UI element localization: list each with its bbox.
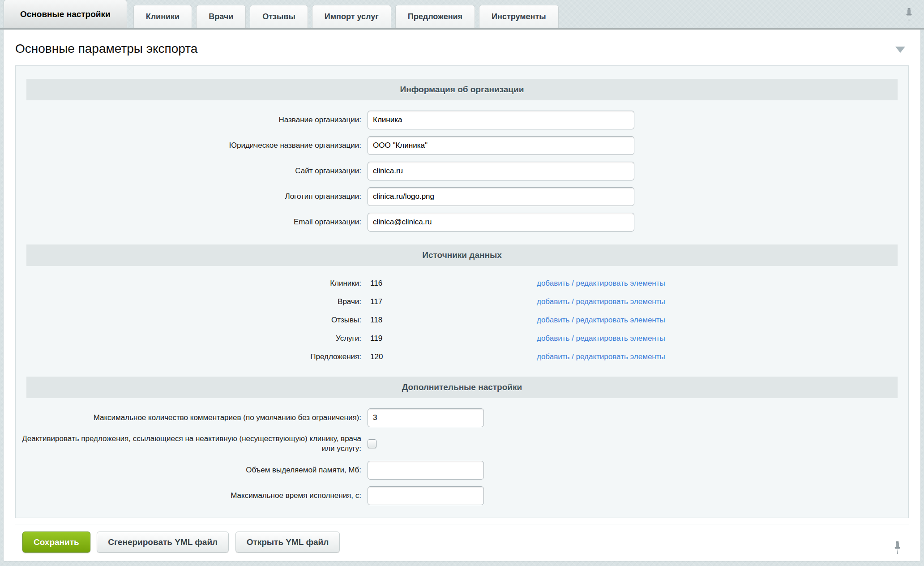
source-services-label: Услуги: [16,334,368,343]
source-row-services: Услуги: 119 добавить / редактировать эле… [16,329,908,347]
tab-doctors[interactable]: Врачи [196,5,246,28]
form-row-memory-limit: Объем выделяемой памяти, Мб: [16,461,908,480]
chevron-down-icon[interactable] [895,47,905,53]
extra-fields: Максимальное количество комментариев (по… [16,398,908,505]
source-doctors-label: Врачи: [16,297,368,307]
source-clinics-count: 116 [368,279,537,288]
source-services-edit-link[interactable]: добавить / редактировать элементы [537,334,665,343]
pushpin-icon[interactable] [894,541,901,557]
pushpin-icon[interactable] [906,8,912,23]
form-row-org-legal-name: Юридическое название организации: [16,136,908,155]
org-site-label: Сайт организации: [16,166,368,176]
generate-yml-button[interactable]: Сгенерировать YML файл [97,532,229,553]
source-row-offers: Предложения: 120 добавить / редактироват… [16,347,908,366]
save-button[interactable]: Сохранить [22,532,90,553]
source-reviews-edit-link[interactable]: добавить / редактировать элементы [537,316,665,325]
main-content: Основные параметры экспорта Информация о… [4,30,920,561]
org-name-input[interactable] [368,111,634,129]
tab-reviews[interactable]: Отзывы [250,5,308,28]
source-offers-edit-link[interactable]: добавить / редактировать элементы [537,352,665,361]
max-comments-label: Максимальное количество комментариев (по… [16,413,368,423]
settings-panel: Информация об организации Название орган… [15,65,909,518]
open-yml-button[interactable]: Открыть YML файл [235,532,340,553]
source-doctors-count: 117 [368,297,537,306]
form-row-org-email: Email организации: [16,213,908,232]
form-row-org-logo: Логотип организации: [16,187,908,206]
max-comments-input[interactable] [368,408,484,427]
tab-strip: Основные настройки Клиники Врачи Отзывы … [0,0,924,30]
footer-toolbar: Сохранить Сгенерировать YML файл Открыть… [15,524,909,553]
deactivate-offers-checkbox[interactable] [368,439,376,448]
memory-limit-label: Объем выделяемой памяти, Мб: [16,465,368,475]
org-legal-name-label: Юридическое название организации: [16,141,368,150]
source-row-clinics: Клиники: 116 добавить / редактировать эл… [16,274,908,292]
tab-clinics[interactable]: Клиники [133,5,192,28]
source-services-count: 119 [368,334,537,343]
max-exec-time-input[interactable] [368,486,484,505]
deactivate-offers-label: Деактивировать предложения, ссылающиеся … [16,434,368,454]
tab-tools[interactable]: Инструменты [479,5,559,28]
form-row-max-comments: Максимальное количество комментариев (по… [16,408,908,427]
org-site-input[interactable] [368,162,634,180]
source-rows: Клиники: 116 добавить / редактировать эл… [16,266,908,366]
title-row: Основные параметры экспорта [4,30,920,65]
org-email-input[interactable] [368,213,634,232]
tab-offers[interactable]: Предложения [395,5,475,28]
page-title: Основные параметры экспорта [15,41,909,56]
source-offers-label: Предложения: [16,352,368,362]
org-logo-label: Логотип организации: [16,192,368,202]
org-email-label: Email организации: [16,217,368,227]
form-row-org-name: Название организации: [16,111,908,129]
form-row-org-site: Сайт организации: [16,162,908,180]
form-row-max-exec-time: Максимальное время исполнения, с: [16,486,908,505]
source-clinics-label: Клиники: [16,279,368,288]
tab-import-services[interactable]: Импорт услуг [312,5,391,28]
form-row-deactivate-offers: Деактивировать предложения, ссылающиеся … [16,434,908,454]
source-row-reviews: Отзывы: 118 добавить / редактировать эле… [16,311,908,329]
section-header-organization: Информация об организации [26,79,898,100]
source-doctors-edit-link[interactable]: добавить / редактировать элементы [537,297,665,306]
source-offers-count: 120 [368,352,537,361]
source-reviews-label: Отзывы: [16,315,368,325]
source-reviews-count: 118 [368,316,537,325]
section-header-sources: Источники данных [26,244,898,266]
source-clinics-edit-link[interactable]: добавить / редактировать элементы [537,279,665,288]
org-logo-input[interactable] [368,187,634,206]
org-name-label: Название организации: [16,115,368,125]
tab-main-settings[interactable]: Основные настройки [4,0,127,28]
memory-limit-input[interactable] [368,461,484,480]
org-legal-name-input[interactable] [368,136,634,155]
section-header-extra: Дополнительные настройки [26,377,898,398]
source-row-doctors: Врачи: 117 добавить / редактировать элем… [16,292,908,311]
max-exec-time-label: Максимальное время исполнения, с: [16,491,368,501]
organization-fields: Название организации: Юридическое назван… [16,100,908,232]
